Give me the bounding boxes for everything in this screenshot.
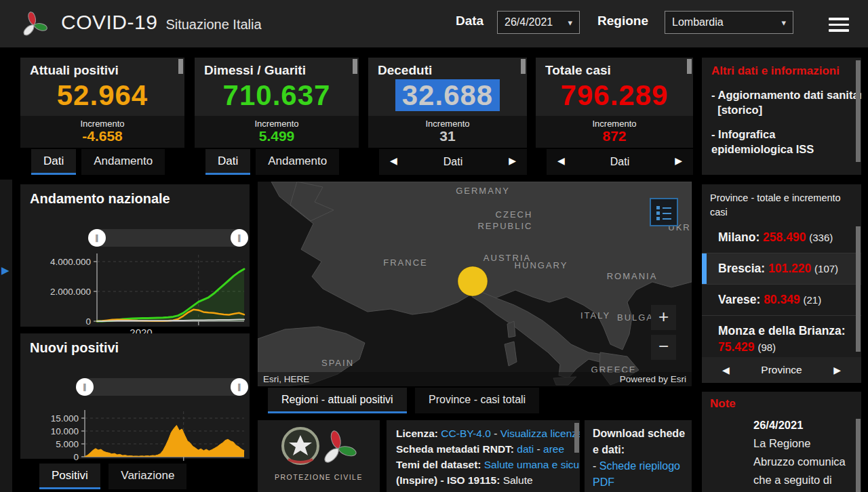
card-value: 796.289 — [536, 79, 693, 112]
province-row-milano[interactable]: Milano: 258.490 (336) — [702, 222, 861, 253]
map-label-germany: GERMANY — [456, 186, 510, 196]
tab-dati[interactable]: Dati — [205, 149, 250, 175]
province-increment: (21) — [804, 294, 822, 306]
pager-next-icon[interactable]: ▶ — [833, 365, 841, 375]
province-name: Milano: — [718, 230, 763, 244]
card-increment: Incremento872 — [536, 116, 693, 148]
scrollbar-thumb[interactable] — [856, 419, 861, 492]
slider-handle-icon: ∥ — [237, 234, 241, 243]
svg-text:2.000.000: 2.000.000 — [50, 287, 91, 297]
card-scrollbar-thumb[interactable] — [687, 59, 692, 74]
altri-dati-link[interactable]: epidemiologica ISS — [711, 142, 852, 157]
pager-prev-icon[interactable]: ◀ — [722, 365, 730, 375]
stat-card-attuali-positivi: Attuali positivi52.964Incremento-4.658Da… — [20, 58, 184, 175]
pager-next-icon[interactable]: ▶ — [675, 155, 682, 166]
scrollbar-thumb[interactable] — [574, 423, 579, 453]
nuovi-positivi-tabs: Positivi Variazione — [39, 464, 192, 489]
zoom-in-button[interactable]: + — [651, 305, 676, 330]
card-scrollbar-thumb[interactable] — [353, 59, 357, 74]
tab-andamento[interactable]: Andamento — [256, 149, 339, 175]
region-value: Lombardia — [672, 16, 724, 28]
chevron-down-icon: ▾ — [568, 18, 572, 28]
altri-dati-link[interactable]: - Aggiornamento dati sanitari — [711, 87, 852, 102]
pager-prev-icon[interactable]: ◀ — [390, 155, 397, 166]
stat-card-dimessi-guariti: Dimessi / Guariti710.637Incremento5.499D… — [195, 58, 359, 175]
svg-text:0: 0 — [85, 316, 91, 327]
link-visualizza-licenza[interactable]: Visualizza licenza — [500, 428, 580, 439]
altri-dati-link[interactable]: [storico] — [711, 102, 852, 117]
range-handle-right[interactable]: ∥ — [231, 229, 248, 247]
date-value: 26/4/2021 — [505, 16, 553, 28]
range-handle-left[interactable]: ∥ — [88, 229, 106, 247]
card-title: Dimessi / Guariti — [195, 58, 359, 78]
svg-text:4.000.000: 4.000.000 — [50, 257, 91, 267]
card-pager: ◀Dati▶ — [379, 149, 527, 175]
map-tabs: Regioni - attuali positivi Province - ca… — [268, 388, 545, 413]
pager-prev-icon[interactable]: ◀ — [557, 155, 565, 166]
license-panel: Licenza: CC-BY-4.0 - Visualizza licenzaS… — [387, 420, 580, 492]
hamburger-menu-icon[interactable] — [829, 14, 849, 32]
spacer — [711, 117, 852, 127]
tab-andamento[interactable]: Andamento — [81, 149, 165, 175]
map-label-spain: SPAIN — [321, 358, 354, 368]
license-text: Scheda metadati RNDT: — [396, 443, 517, 455]
province-increment: (336) — [809, 232, 833, 243]
province-name: Brescia: — [718, 262, 768, 275]
link-cc-by-4-0[interactable]: CC-BY-4.0 — [441, 428, 491, 439]
andamento-nazionale-panel: Andamento nazionale ∥ ∥ 02.000.0004.000.… — [20, 184, 250, 327]
increment-value: 5.499 — [195, 129, 359, 144]
card-pager: ◀Dati▶ — [547, 149, 693, 175]
tab-province-casi-totali[interactable]: Province - casi totali — [415, 388, 539, 413]
europe-map[interactable]: GERMANYCZECHREPUBLICFRANCEAUSTRIAHUNGARY… — [258, 182, 692, 386]
note-body: 26/4/2021 La Regione Abruzzo comunica ch… — [753, 416, 846, 489]
card-scrollbar-thumb[interactable] — [521, 59, 526, 74]
license-line: Licenza: CC-BY-4.0 - Visualizza licenza — [396, 426, 570, 441]
province-panel-title: Province - totale e incremento casi — [702, 184, 861, 222]
slider-handle-icon: ∥ — [237, 383, 241, 392]
card-scrollbar-thumb[interactable] — [178, 59, 183, 74]
date-select[interactable]: 26/4/2021 ▾ — [497, 11, 580, 34]
region-select[interactable]: Lombardia ▾ — [665, 11, 793, 34]
card-title: Totale casi — [536, 58, 693, 78]
attribution-right: Powered by Esri — [620, 372, 686, 386]
tab-variazione[interactable]: Variazione — [108, 464, 186, 489]
link-pdf[interactable]: PDF — [593, 476, 614, 488]
date-label: Data — [456, 14, 484, 28]
province-name: Monza e della Brianza: — [718, 324, 846, 337]
lombardia-data-dot[interactable] — [458, 266, 488, 296]
expand-panel-icon[interactable]: ▶ — [1, 264, 9, 276]
altri-dati-link[interactable]: - Infografica — [711, 127, 852, 142]
region-label: Regione — [597, 14, 648, 28]
card-nav: DatiAndamento — [31, 149, 184, 175]
link-schede-riepilogo[interactable]: Schede riepilogo — [599, 460, 680, 472]
zoom-out-button[interactable]: − — [651, 335, 676, 360]
download-line: e dati: — [593, 442, 684, 458]
map-label-czech: CZECH — [496, 209, 533, 220]
province-row-varese[interactable]: Varese: 80.349 (21) — [702, 284, 861, 315]
increment-label: Incremento — [368, 116, 527, 129]
download-line: - Schede riepilogo — [593, 458, 684, 474]
range-handle-left[interactable]: ∥ — [76, 378, 94, 396]
license-text: ISO 19115: — [447, 474, 503, 486]
link-dati[interactable]: dati — [517, 443, 534, 455]
scrollbar-thumb[interactable] — [856, 60, 861, 162]
scrollbar-thumb[interactable] — [856, 226, 861, 352]
tab-regioni-attuali-positivi[interactable]: Regioni - attuali positivi — [268, 388, 407, 413]
app-subtitle: Situazione Italia — [165, 17, 261, 32]
tab-dati[interactable]: Dati — [31, 149, 76, 175]
province-total: 101.220 — [768, 262, 814, 275]
pager-next-icon[interactable]: ▶ — [509, 155, 516, 166]
card-box: Deceduti32.688Incremento31 — [368, 58, 527, 148]
tab-positivi[interactable]: Positivi — [39, 464, 100, 489]
card-box: Totale casi796.289Incremento872 — [536, 58, 693, 148]
link-aree[interactable]: aree — [543, 443, 564, 455]
range-handle-right[interactable]: ∥ — [231, 378, 248, 396]
legend-button[interactable] — [650, 198, 678, 226]
increment-value: 31 — [368, 129, 527, 144]
license-text: (Inspire) - — [396, 474, 447, 486]
province-row-brescia[interactable]: Brescia: 101.220 (107) — [702, 253, 861, 284]
altri-dati-panel: Altri dati e informazioni - Aggiornament… — [702, 58, 861, 175]
license-line: Scheda metadati RNDT: dati - aree — [396, 441, 570, 457]
link-salute-umana-e-sicurezza[interactable]: Salute umana e sicurezza — [484, 459, 580, 470]
province-row-monza-e-della-brianza[interactable]: Monza e della Brianza: 75.429 (98) — [702, 315, 861, 363]
